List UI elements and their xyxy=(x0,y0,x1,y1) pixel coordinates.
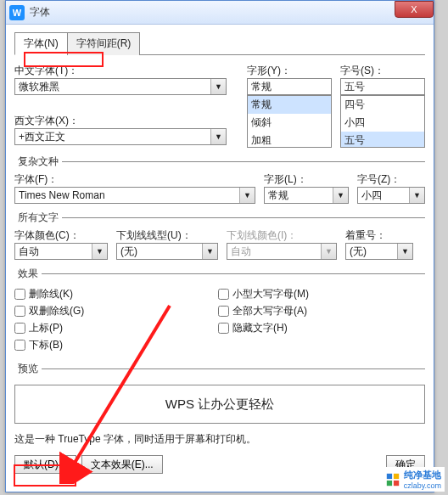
watermark-logo-icon xyxy=(385,472,400,487)
underline-type-combo[interactable]: (无)▼ xyxy=(116,243,218,260)
dropdown-arrow-icon: ▼ xyxy=(409,188,424,203)
size-value: 五号 xyxy=(344,80,365,94)
style-option[interactable]: 倾斜 xyxy=(248,114,331,132)
size-listbox[interactable]: 四号 小四 五号 xyxy=(340,95,425,148)
checkbox-strike[interactable]: 删除线(K) xyxy=(14,287,167,301)
label-emphasis: 着重号： xyxy=(345,228,413,243)
underline-color-value: 自动 xyxy=(231,245,251,259)
label-complex-size: 字号(Z)： xyxy=(357,172,425,187)
underline-type-value: (无) xyxy=(120,245,137,259)
label-style: 字形(Y)： xyxy=(247,64,332,78)
preview-note: 这是一种 TrueType 字体，同时适用于屏幕和打印机。 xyxy=(14,432,425,447)
dropdown-arrow-icon: ▼ xyxy=(397,244,412,259)
label-underline-type: 下划线线型(U)： xyxy=(116,228,218,243)
fieldset-effects: 效果 删除线(K) 双删除线(G) 上标(P) 下标(B) 小型大写字母(M) … xyxy=(14,267,425,355)
legend-alltext: 所有文字 xyxy=(14,211,62,225)
tab-spacing[interactable]: 字符间距(R) xyxy=(67,32,141,55)
label-complex-style: 字形(L)： xyxy=(264,172,349,187)
label-cn-font: 中文字体(T)： xyxy=(14,64,238,78)
checkbox-subscript[interactable]: 下标(B) xyxy=(14,338,167,352)
style-value: 常规 xyxy=(251,80,272,94)
svg-rect-1 xyxy=(386,473,391,478)
label-font-color: 字体颜色(C)： xyxy=(14,228,108,243)
client-area: 字体(N) 字符间距(R) 中文字体(T)： 微软雅黑 ▼ 西文字体(X)： +… xyxy=(6,25,434,481)
checkbox-allcaps[interactable]: 全部大写字母(A) xyxy=(218,304,371,318)
west-font-combo[interactable]: +西文正文 ▼ xyxy=(14,128,227,145)
underline-color-combo: 自动▼ xyxy=(227,243,337,260)
fieldset-alltext: 所有文字 字体颜色(C)： 自动▼ 下划线线型(U)： (无)▼ 下划线颜色(I… xyxy=(14,211,425,260)
dropdown-arrow-icon: ▼ xyxy=(239,188,255,203)
fieldset-complex: 复杂文种 字体(F)： Times New Roman▼ 字形(L)： 常规▼ … xyxy=(14,155,425,204)
dropdown-arrow-icon: ▼ xyxy=(321,244,336,259)
font-dialog: W 字体 X 字体(N) 字符间距(R) 中文字体(T)： 微软雅黑 ▼ 西文字… xyxy=(5,0,434,492)
style-option[interactable]: 常规 xyxy=(248,96,331,114)
checkbox-smallcaps[interactable]: 小型大写字母(M) xyxy=(218,287,371,301)
size-option[interactable]: 五号 xyxy=(341,132,424,148)
label-underline-color: 下划线颜色(I)： xyxy=(227,228,337,243)
dropdown-arrow-icon: ▼ xyxy=(210,129,226,144)
emphasis-combo[interactable]: (无)▼ xyxy=(345,243,413,260)
watermark-brand: 纯净基地 xyxy=(404,469,441,481)
legend-complex: 复杂文种 xyxy=(14,155,62,169)
emphasis-value: (无) xyxy=(350,245,367,259)
tab-font[interactable]: 字体(N) xyxy=(14,32,68,55)
svg-rect-2 xyxy=(394,473,399,478)
dropdown-arrow-icon: ▼ xyxy=(333,188,348,203)
style-option[interactable]: 加粗 xyxy=(248,132,331,148)
svg-rect-3 xyxy=(386,480,391,485)
dropdown-arrow-icon: ▼ xyxy=(92,244,107,259)
complex-style-combo[interactable]: 常规▼ xyxy=(264,187,349,204)
legend-effects: 效果 xyxy=(14,267,42,281)
complex-font-combo[interactable]: Times New Roman▼ xyxy=(14,187,255,204)
complex-size-value: 小四 xyxy=(361,188,382,203)
style-input[interactable]: 常规 xyxy=(247,78,332,95)
text-effect-button[interactable]: 文本效果(E)... xyxy=(81,455,163,474)
size-option[interactable]: 小四 xyxy=(341,114,424,132)
dropdown-arrow-icon: ▼ xyxy=(210,79,226,94)
checkbox-superscript[interactable]: 上标(P) xyxy=(14,321,167,335)
tab-strip: 字体(N) 字符间距(R) xyxy=(14,31,425,55)
size-option[interactable]: 四号 xyxy=(341,96,424,114)
close-button[interactable]: X xyxy=(395,1,434,18)
preview-box: WPS 让办公更轻松 xyxy=(14,385,425,424)
complex-size-combo[interactable]: 小四▼ xyxy=(357,187,425,204)
app-icon: W xyxy=(9,5,25,20)
window-title: 字体 xyxy=(30,5,50,20)
titlebar[interactable]: W 字体 X xyxy=(6,1,434,25)
watermark: 纯净基地 czlaby.com xyxy=(382,467,445,492)
west-font-value: +西文正文 xyxy=(19,130,65,144)
legend-preview: 预览 xyxy=(14,362,42,376)
complex-font-value: Times New Roman xyxy=(19,189,105,201)
checkbox-hidden[interactable]: 隐藏文字(H) xyxy=(218,321,371,335)
svg-rect-4 xyxy=(394,480,399,485)
cn-font-combo[interactable]: 微软雅黑 ▼ xyxy=(14,78,227,95)
size-input[interactable]: 五号 xyxy=(340,78,425,95)
fieldset-preview: 预览 WPS 让办公更轻松 这是一种 TrueType 字体，同时适用于屏幕和打… xyxy=(14,362,425,447)
style-listbox[interactable]: 常规 倾斜 加粗 xyxy=(247,95,332,148)
dropdown-arrow-icon: ▼ xyxy=(202,244,217,259)
font-color-combo[interactable]: 自动▼ xyxy=(14,243,108,260)
cn-font-value: 微软雅黑 xyxy=(19,80,59,94)
default-button[interactable]: 默认(D)... xyxy=(14,455,76,474)
watermark-url: czlaby.com xyxy=(404,481,441,490)
label-complex-font: 字体(F)： xyxy=(14,172,255,187)
font-color-value: 自动 xyxy=(19,245,39,259)
label-size: 字号(S)： xyxy=(340,64,425,78)
complex-style-value: 常规 xyxy=(268,188,288,203)
checkbox-double-strike[interactable]: 双删除线(G) xyxy=(14,304,167,318)
label-west-font: 西文字体(X)： xyxy=(14,114,238,128)
